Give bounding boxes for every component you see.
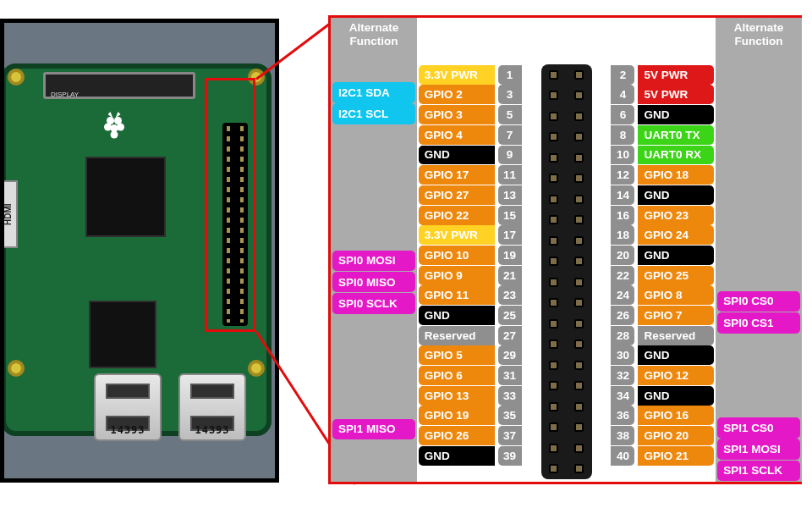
alt-header-right: Alternate Function bbox=[716, 18, 802, 56]
pin-37: 37 bbox=[498, 426, 522, 445]
alt-38: SPI1 MOSI bbox=[717, 439, 800, 460]
func-40: GPIO 21 bbox=[638, 446, 714, 466]
usb-port-2: 14393 bbox=[178, 373, 246, 441]
func-17: 3.3V PWR bbox=[419, 225, 495, 245]
func-16: GPIO 23 bbox=[638, 206, 714, 225]
func-15: GPIO 22 bbox=[419, 206, 495, 225]
func-31: GPIO 6 bbox=[419, 366, 495, 385]
func-21: GPIO 9 bbox=[419, 266, 495, 285]
header-strip-icon bbox=[541, 64, 592, 479]
svg-point-5 bbox=[111, 131, 118, 139]
pin-11: 11 bbox=[498, 165, 522, 185]
func-37: GPIO 26 bbox=[419, 426, 495, 445]
pin-13: 13 bbox=[498, 185, 522, 205]
pin-17: 17 bbox=[498, 225, 522, 245]
func-30: GND bbox=[638, 345, 714, 365]
func-7: GPIO 4 bbox=[419, 125, 495, 145]
func-2: 5V PWR bbox=[638, 65, 714, 85]
pin-4: 4 bbox=[611, 85, 634, 104]
pin-29: 29 bbox=[498, 345, 522, 365]
func-6: GND bbox=[638, 105, 714, 124]
pin-12: 12 bbox=[611, 165, 634, 185]
alt-21: SPI0 MISO bbox=[332, 272, 415, 293]
func-20: GND bbox=[638, 246, 714, 265]
pin-19: 19 bbox=[498, 246, 522, 265]
func-28: Reserved bbox=[638, 326, 714, 345]
pin-30: 30 bbox=[611, 345, 634, 365]
func-1: 3.3V PWR bbox=[419, 65, 495, 85]
right-alt-column: Alternate Function SPI0 CS0SPI0 CS1SPI1 … bbox=[716, 18, 802, 482]
pin-40: 40 bbox=[611, 446, 634, 466]
func-32: GPIO 12 bbox=[638, 366, 714, 385]
alt-23: SPI0 SCLK bbox=[332, 293, 415, 314]
func-14: GND bbox=[638, 185, 714, 205]
alt-40: SPI1 SCLK bbox=[717, 461, 800, 482]
alt-5: I2C1 SCL bbox=[332, 103, 415, 124]
pin-27: 27 bbox=[498, 326, 522, 345]
left-alt-column: Alternate Function I2C1 SDAI2C1 SCLSPI0 … bbox=[331, 18, 417, 482]
func-18: GPIO 24 bbox=[638, 225, 714, 245]
right-func-column: 5V PWR5V PWRGNDUART0 TXUART0 RXGPIO 18GN… bbox=[636, 18, 716, 482]
func-33: GPIO 13 bbox=[419, 386, 495, 406]
pin-22: 22 bbox=[611, 266, 634, 285]
pin-21: 21 bbox=[498, 266, 522, 285]
header-strip-column bbox=[524, 18, 610, 482]
svg-point-2 bbox=[104, 124, 112, 131]
func-24: GPIO 8 bbox=[638, 285, 714, 305]
func-22: GPIO 25 bbox=[638, 266, 714, 285]
left-num-column: 13579111315171921232527293133353739 bbox=[497, 18, 524, 482]
func-39: GND bbox=[419, 446, 495, 466]
pin-8: 8 bbox=[611, 125, 634, 145]
pin-16: 16 bbox=[611, 206, 634, 225]
raspberry-logo-icon bbox=[99, 109, 129, 140]
func-27: Reserved bbox=[419, 326, 495, 345]
func-29: GPIO 5 bbox=[419, 345, 495, 365]
func-12: GPIO 18 bbox=[638, 165, 714, 185]
pin-36: 36 bbox=[611, 406, 634, 425]
func-38: GPIO 20 bbox=[638, 426, 714, 445]
pin-14: 14 bbox=[611, 185, 634, 205]
func-4: 5V PWR bbox=[638, 85, 714, 104]
alt-36: SPI1 CS0 bbox=[717, 417, 800, 439]
pin-24: 24 bbox=[611, 285, 634, 305]
pin-38: 38 bbox=[611, 426, 634, 445]
func-13: GPIO 27 bbox=[419, 185, 495, 205]
pin-20: 20 bbox=[611, 246, 634, 265]
pin-34: 34 bbox=[611, 386, 634, 406]
func-3: GPIO 2 bbox=[419, 85, 495, 104]
pin-25: 25 bbox=[498, 306, 522, 325]
alt-19: SPI0 MOSI bbox=[332, 251, 415, 272]
pin-1: 1 bbox=[498, 65, 522, 85]
hdmi-port: HDMI bbox=[0, 180, 18, 248]
func-34: GND bbox=[638, 386, 714, 406]
func-9: GND bbox=[419, 146, 495, 165]
usb-port-1: 14393 bbox=[94, 373, 162, 441]
alt-24: SPI0 CS0 bbox=[717, 291, 800, 312]
pin-6: 6 bbox=[611, 105, 634, 124]
func-11: GPIO 17 bbox=[419, 165, 495, 185]
pin-2: 2 bbox=[611, 65, 634, 85]
pin-3: 3 bbox=[498, 85, 522, 104]
pin-32: 32 bbox=[611, 366, 634, 385]
pin-18: 18 bbox=[611, 225, 634, 245]
pin-26: 26 bbox=[611, 306, 634, 325]
pin-5: 5 bbox=[498, 105, 522, 124]
pinout-panel: Alternate Function I2C1 SDAI2C1 SCLSPI0 … bbox=[328, 15, 802, 484]
func-26: GPIO 7 bbox=[638, 306, 714, 325]
pin-31: 31 bbox=[498, 366, 522, 385]
left-func-column: 3.3V PWRGPIO 2GPIO 3GPIO 4GNDGPIO 17GPIO… bbox=[417, 18, 497, 482]
alt-3: I2C1 SDA bbox=[332, 82, 415, 103]
pin-35: 35 bbox=[498, 406, 522, 425]
func-23: GPIO 11 bbox=[419, 285, 495, 305]
alt-26: SPI0 CS1 bbox=[717, 312, 800, 334]
pin-15: 15 bbox=[498, 206, 522, 225]
pin-9: 9 bbox=[498, 146, 522, 165]
func-35: GPIO 19 bbox=[419, 406, 495, 425]
pin-28: 28 bbox=[611, 326, 634, 345]
alt-35: SPI1 MISO bbox=[332, 419, 415, 440]
gpio-header-photo bbox=[222, 123, 248, 326]
right-num-column: 246810121416182022242628303234363840 bbox=[609, 18, 636, 482]
svg-point-4 bbox=[117, 124, 124, 131]
pin-10: 10 bbox=[611, 146, 634, 165]
func-36: GPIO 16 bbox=[638, 406, 714, 425]
